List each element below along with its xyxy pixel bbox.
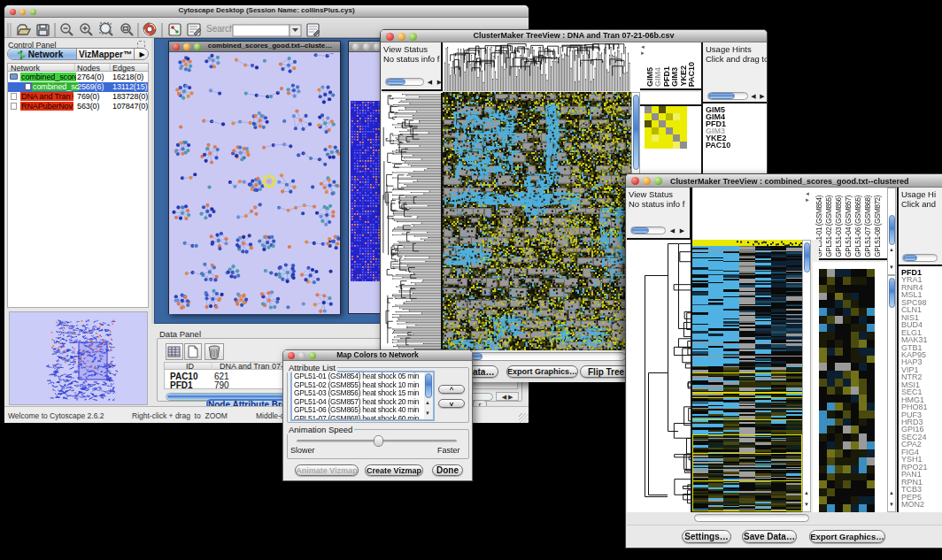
svg-text:Search:: Search:	[206, 24, 236, 34]
